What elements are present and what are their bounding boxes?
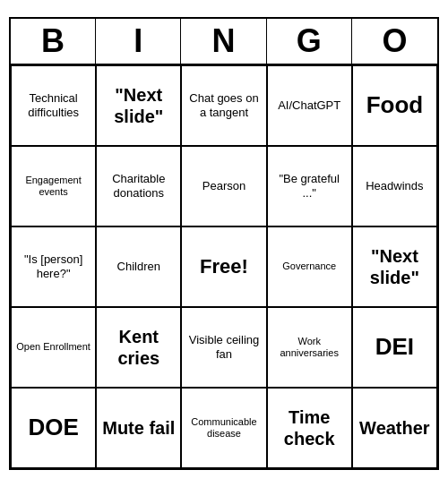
bingo-cell: Charitable donations (96, 146, 181, 226)
header-letter: N (181, 19, 266, 64)
bingo-cell: Communicable disease (181, 388, 266, 468)
bingo-header: BINGO (11, 19, 437, 65)
bingo-cell: "Next slide" (352, 226, 437, 307)
bingo-cell: Mute fail (96, 388, 181, 468)
bingo-card: BINGO Technical difficulties"Next slide"… (9, 17, 439, 470)
bingo-cell: DOE (11, 388, 96, 468)
bingo-cell: "Be grateful ..." (267, 146, 352, 226)
bingo-cell: Kent cries (96, 307, 181, 388)
bingo-cell: "Next slide" (96, 65, 181, 146)
bingo-cell: Weather (352, 388, 437, 468)
header-letter: B (11, 19, 96, 64)
bingo-cell: Governance (267, 226, 352, 307)
bingo-grid: Technical difficulties"Next slide"Chat g… (11, 65, 437, 468)
header-letter: I (96, 19, 181, 64)
bingo-cell: Visible ceiling fan (181, 307, 266, 388)
bingo-cell: Technical difficulties (11, 65, 96, 146)
bingo-cell: DEI (352, 307, 437, 388)
bingo-cell: "Is [person] here?" (11, 226, 96, 307)
bingo-cell: Free! (181, 226, 266, 307)
bingo-cell: Engagement events (11, 146, 96, 226)
bingo-cell: Pearson (181, 146, 266, 226)
header-letter: G (267, 19, 352, 64)
header-letter: O (352, 19, 437, 64)
bingo-cell: AI/ChatGPT (267, 65, 352, 146)
bingo-cell: Chat goes on a tangent (181, 65, 266, 146)
bingo-cell: Food (352, 65, 437, 146)
bingo-cell: Work anniversaries (267, 307, 352, 388)
bingo-cell: Time check (267, 388, 352, 468)
bingo-cell: Open Enrollment (11, 307, 96, 388)
bingo-cell: Children (96, 226, 181, 307)
bingo-cell: Headwinds (352, 146, 437, 226)
